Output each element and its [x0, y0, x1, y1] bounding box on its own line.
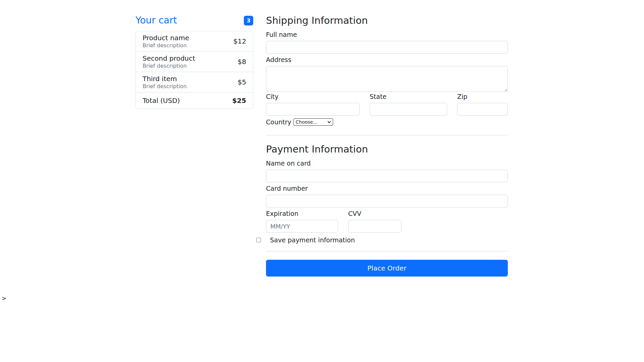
zip-label: Zip: [457, 93, 508, 100]
cart-item-row: Second product Brief description $8: [136, 52, 253, 72]
place-order-button[interactable]: Place Order: [266, 260, 508, 277]
section-divider: [266, 251, 508, 251]
cart-count-badge: 3: [244, 16, 253, 25]
checkout-form: Shipping Information Full name Address C…: [266, 15, 508, 277]
cart-item-description: Brief description: [143, 63, 195, 69]
full-name-label: Full name: [266, 31, 508, 38]
country-select[interactable]: Choose...: [293, 118, 333, 126]
cart-total-row: Total (USD) $25: [136, 93, 253, 109]
state-input[interactable]: [370, 103, 447, 116]
cart-summary: Your cart 3 Product name Brief descripti…: [136, 15, 253, 109]
expiration-cvv-row: Expiration CVV: [266, 210, 508, 233]
cart-item-description: Brief description: [143, 83, 187, 89]
cart-item-price: $8: [238, 58, 246, 66]
cart-item-description: Brief description: [143, 42, 189, 49]
expiration-input[interactable]: [266, 220, 338, 233]
cart-item-price: $12: [233, 37, 246, 45]
city-input[interactable]: [266, 103, 360, 116]
cart-item-row: Product name Brief description $12: [136, 31, 253, 52]
cart-header: Your cart 3: [136, 15, 253, 26]
cart-item-name: Product name: [143, 34, 189, 42]
cart-item-name: Second product: [143, 54, 195, 63]
cvv-input[interactable]: [348, 220, 401, 233]
state-label: State: [370, 93, 447, 100]
save-payment-label: Save payment information: [270, 237, 355, 243]
card-number-label: Card number: [266, 185, 508, 192]
expiration-label: Expiration: [266, 210, 338, 217]
city-label: City: [266, 93, 360, 100]
cart-item-row: Third item Brief description $5: [136, 72, 253, 93]
address-label: Address: [266, 56, 508, 63]
cart-item-name: Third item: [143, 75, 187, 83]
name-on-card-label: Name on card: [266, 160, 508, 167]
cart-title: Your cart: [136, 15, 177, 26]
stray-text: >: [2, 295, 6, 302]
cart-total-label: Total (USD): [143, 97, 180, 105]
country-row: Country Choose...: [266, 118, 508, 126]
full-name-input[interactable]: [266, 41, 508, 54]
name-on-card-input[interactable]: [266, 170, 508, 182]
section-divider: [266, 135, 508, 135]
shipping-section-heading: Shipping Information: [266, 15, 508, 26]
zip-input[interactable]: [457, 103, 508, 116]
cvv-label: CVV: [348, 210, 401, 217]
cart-items-list: Product name Brief description $12 Secon…: [136, 31, 253, 109]
city-state-zip-row: City State Zip: [266, 93, 508, 116]
payment-section-heading: Payment Information: [266, 143, 508, 155]
cart-item-price: $5: [238, 78, 246, 86]
cart-total-value: $25: [232, 97, 246, 105]
save-payment-checkbox[interactable]: [256, 238, 261, 242]
country-label: Country: [266, 118, 291, 126]
address-textarea[interactable]: [266, 66, 508, 92]
save-payment-row: Save payment information: [256, 237, 508, 243]
card-number-input[interactable]: [266, 195, 508, 207]
